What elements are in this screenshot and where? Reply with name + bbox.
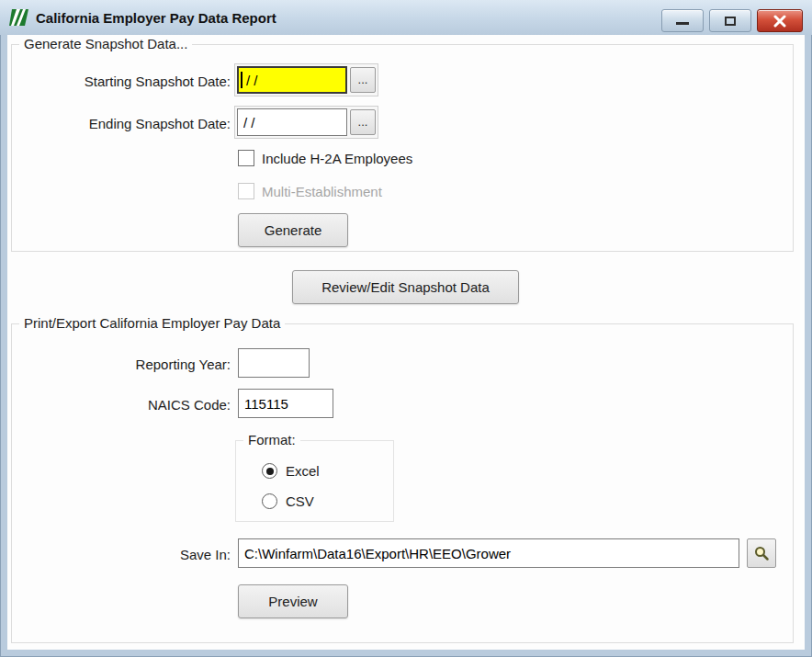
ending-date-field-group: ... (234, 106, 378, 139)
include-h2a-checkbox[interactable]: Include H-2A Employees (238, 150, 412, 166)
window-title: California Employer Pay Data Report (36, 10, 276, 26)
dialog-content: Generate Snapshot Data... Starting Snaps… (7, 35, 805, 650)
print-section-title: Print/Export California Employer Pay Dat… (19, 315, 285, 331)
reporting-year-input[interactable] (238, 348, 310, 378)
generate-snapshot-groupbox: Generate Snapshot Data... Starting Snaps… (11, 44, 794, 252)
text-caret (241, 72, 242, 88)
format-label: Format: (243, 432, 300, 447)
radio-button (262, 493, 277, 509)
save-in-input[interactable] (238, 538, 739, 568)
generate-button[interactable]: Generate (238, 213, 348, 247)
starting-date-browse-button[interactable]: ... (350, 67, 376, 93)
checkbox-box (238, 150, 254, 166)
app-logo-icon (9, 8, 29, 27)
format-radio-csv[interactable]: CSV (262, 493, 314, 509)
multi-establishment-checkbox: Multi-Establishment (238, 183, 382, 199)
format-radio-excel[interactable]: Excel (262, 463, 320, 479)
ending-date-input[interactable] (237, 108, 347, 136)
app-window: California Employer Pay Data Report Gene… (0, 0, 812, 657)
review-edit-snapshot-button[interactable]: Review/Edit Snapshot Data (292, 270, 519, 304)
checkbox-box (238, 183, 254, 199)
format-csv-label: CSV (286, 493, 314, 509)
close-icon (773, 15, 787, 28)
save-in-label: Save In: (12, 540, 231, 570)
magnifier-icon (753, 545, 770, 561)
minimize-icon (676, 22, 689, 25)
titlebar: California Employer Pay Data Report (0, 0, 812, 35)
maximize-icon (725, 17, 736, 26)
starting-date-field-group: ... (234, 63, 378, 96)
minimize-button[interactable] (661, 9, 704, 32)
naics-code-label: NAICS Code: (12, 391, 231, 420)
format-excel-label: Excel (286, 463, 320, 479)
format-groupbox: Format: Excel CSV (235, 440, 394, 522)
print-export-groupbox: Print/Export California Employer Pay Dat… (11, 323, 794, 643)
window-controls (661, 9, 803, 32)
preview-button[interactable]: Preview (238, 584, 348, 618)
ending-date-label: Ending Snapshot Date: (12, 109, 231, 139)
radio-button (262, 463, 277, 479)
include-h2a-label: Include H-2A Employees (262, 151, 412, 166)
naics-code-input[interactable] (238, 389, 333, 418)
generate-section-title: Generate Snapshot Data... (19, 36, 192, 51)
multi-establishment-label: Multi-Establishment (262, 184, 382, 199)
starting-date-input[interactable] (237, 66, 347, 94)
close-button[interactable] (757, 9, 803, 32)
ending-date-browse-button[interactable]: ... (350, 109, 376, 135)
save-in-browse-button[interactable] (747, 538, 776, 568)
reporting-year-label: Reporting Year: (12, 350, 231, 379)
starting-date-label: Starting Snapshot Date: (12, 67, 231, 96)
maximize-button[interactable] (709, 9, 751, 32)
